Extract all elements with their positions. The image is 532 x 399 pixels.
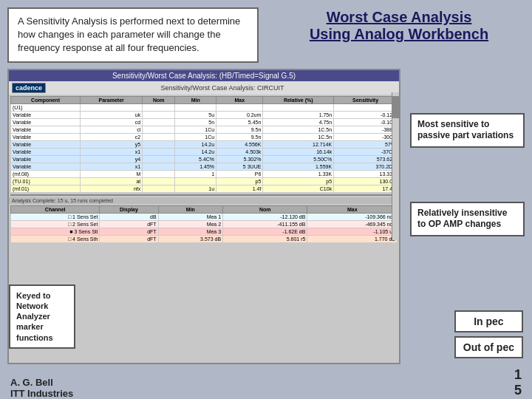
top-row: A Sensitivity Analysis is performed next… bbox=[7, 7, 525, 63]
results-col-nom: Nom bbox=[223, 205, 307, 213]
table-row: Variablex114.2u4.503k16.14k-37Cu bbox=[11, 148, 398, 155]
author-text: A. G. Bell ITT Industries bbox=[10, 377, 73, 399]
table-row: Variablex11.45%5 3UUE1.559K370.2Du bbox=[11, 163, 398, 170]
most-sensitive-text: Most sensitive to passive part variation… bbox=[417, 119, 514, 141]
col-header-max: Max bbox=[216, 96, 263, 103]
keyed-to-container: Keyed to Network Analyzer marker functio… bbox=[9, 284, 75, 349]
table-row: (TU.01)atp5p5130.0u bbox=[11, 177, 398, 185]
table-row: Variablecd5n5.45n4.75n-0.10u bbox=[11, 118, 398, 126]
sensitivity-text: A Sensitivity Analysis is performed next… bbox=[18, 16, 240, 53]
table-row: (U1) bbox=[11, 103, 398, 111]
main-container: A Sensitivity Analysis is performed next… bbox=[0, 0, 532, 399]
page-title-block: Worst Case Analysis Using Analog Workben… bbox=[259, 7, 525, 43]
analysis-bar: Analysis Complete: 15 u, 15 runs complet… bbox=[9, 197, 399, 204]
title-line2: Using Analog Workbench bbox=[273, 26, 525, 43]
cadence-logo: cadence bbox=[12, 83, 46, 93]
table-row: Variabley514.2u4.556K12.714K57% bbox=[11, 140, 398, 148]
in-spec-box: In pec bbox=[454, 310, 523, 332]
sensitivity-description: A Sensitivity Analysis is performed next… bbox=[7, 7, 259, 63]
table-row: □ 1 Sens SetdBMea 1-12.120 dB-109.366 nc… bbox=[11, 213, 398, 220]
spec-boxes: In pec Out of pec bbox=[454, 310, 523, 358]
scrollbar[interactable] bbox=[392, 92, 399, 240]
in-spec-text: In pec bbox=[474, 316, 503, 327]
table-row: ■ 3 Sens StldFTMea 3-1.62E dB-1.105 u3 bbox=[11, 228, 398, 235]
results-table: Channel Display Min Nom Max □ 1 Sens Set… bbox=[10, 205, 398, 243]
relatively-insensitive-text: Relatively insensitive to OP AMP changes bbox=[417, 208, 507, 230]
scrollbar-thumb[interactable] bbox=[392, 96, 400, 118]
results-col-min: Min bbox=[158, 205, 223, 213]
divider bbox=[10, 194, 398, 196]
keyed-to-annotation: Keyed to Network Analyzer marker functio… bbox=[9, 284, 75, 349]
title-line1: Worst Case Analysis bbox=[273, 9, 525, 26]
table-row: (mf.08)M1P61.33K13.336 bbox=[11, 170, 398, 177]
relatively-insensitive-annotation: Relatively insensitive to OP AMP changes bbox=[410, 202, 525, 236]
col-header-min: Min bbox=[175, 96, 216, 103]
table-row: Variablec21Cu9.5n1C.5n-300u bbox=[11, 133, 398, 140]
results-col-channel: Channel bbox=[11, 205, 100, 213]
out-spec-box: Out of pec bbox=[454, 336, 523, 358]
content-area: Sensitivity/Worst Case Analysis: (HB/Tim… bbox=[7, 69, 525, 364]
sensitivity-table: Component Parameter Nom Min Max Relative… bbox=[10, 96, 398, 193]
bottom-row: A. G. Bell ITT Industries 1 5 bbox=[7, 367, 525, 399]
col-header-parameter: Parameter bbox=[81, 96, 143, 103]
table-row: (mf.01)nfx1u1.4fC10k17.41 bbox=[11, 185, 398, 192]
keyed-to-text: Keyed to Network Analyzer marker functio… bbox=[16, 291, 53, 342]
page-number: 1 5 bbox=[514, 367, 522, 399]
col-header-component: Component bbox=[11, 96, 81, 103]
most-sensitive-annotation: Most sensitive to passive part variation… bbox=[410, 113, 525, 148]
col-header-nom: Nom bbox=[143, 96, 175, 103]
cadence-titlebar: Sensitivity/Worst Case Analysis: (HB/Tim… bbox=[9, 70, 399, 81]
table-row: Variabley45.4C%5.302%5.50C%573.621 bbox=[11, 155, 398, 163]
col-header-sensitivity: Sensitivity bbox=[334, 96, 398, 103]
table-row: Variableuk5u0.2um1.75n-0.12u bbox=[11, 111, 398, 118]
results-col-display: Display bbox=[100, 205, 158, 213]
out-spec-text: Out of pec bbox=[463, 341, 514, 353]
cadence-subtitle: Sensitivity/Worst Case Analysis: CIRCUIT bbox=[49, 84, 396, 92]
results-col-max: Max bbox=[307, 205, 398, 213]
table-row: □ 4 Sens SthdFT3.573 dB5.601 r51.770 dB bbox=[11, 235, 398, 242]
table-row: Variablecl1Cu9.5n1C.5n-388u bbox=[11, 126, 398, 133]
cadence-logo-bar: cadence Sensitivity/Worst Case Analysis:… bbox=[9, 81, 399, 95]
col-header-relative: Relative (%) bbox=[263, 96, 334, 103]
table-row: □ 2 Sens SetdFTMea 2-411.155 dB-469.345 … bbox=[11, 220, 398, 228]
